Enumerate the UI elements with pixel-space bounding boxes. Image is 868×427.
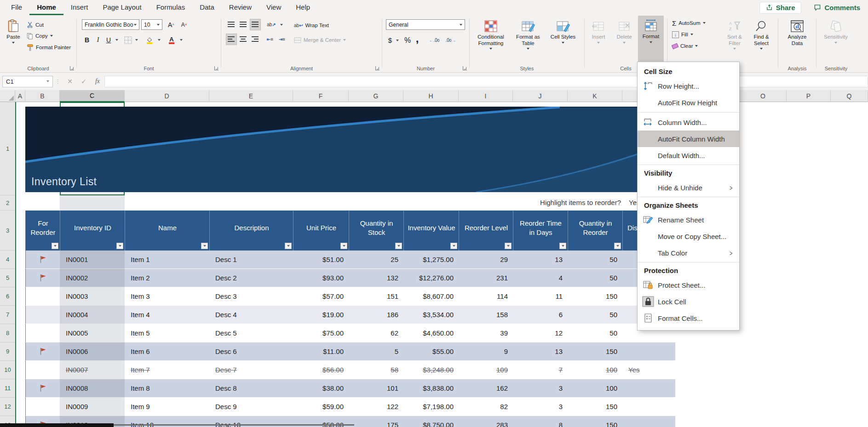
font-color-button[interactable]: A <box>166 34 177 46</box>
cell-IN0002-desc[interactable]: Desc 2 <box>210 269 293 287</box>
row-header-5[interactable]: 5 <box>0 269 15 287</box>
cell-IN0003-desc[interactable]: Desc 3 <box>210 287 293 305</box>
number-format-combo[interactable]: General <box>386 19 465 30</box>
insert-cells-button[interactable]: Insert <box>586 16 610 44</box>
borders-button[interactable] <box>123 34 133 46</box>
row-header-2[interactable]: 2 <box>0 195 15 211</box>
column-header-C[interactable]: C <box>60 90 125 102</box>
table-header-level[interactable]: Reorder Level <box>459 211 513 251</box>
cell-IN0005-reorder[interactable]: 50 <box>568 324 623 342</box>
cell-IN0009-flag[interactable] <box>26 398 60 416</box>
cell-IN0009-reorder[interactable]: 150 <box>568 398 623 416</box>
alignment-dialog-launcher-icon[interactable] <box>375 66 379 70</box>
cell-IN0001-reorder[interactable]: 50 <box>568 251 623 268</box>
copy-button[interactable]: Copy <box>27 31 53 41</box>
row-header-8[interactable]: 8 <box>0 324 15 342</box>
cell-IN0006-disc[interactable] <box>623 342 676 360</box>
menu-item-move-or-copy-sheet[interactable]: Move or Copy Sheet... <box>638 228 739 245</box>
column-header-K[interactable]: K <box>568 90 622 102</box>
column-header-O[interactable]: O <box>740 90 787 102</box>
cell-IN0001-level[interactable]: 29 <box>459 251 513 268</box>
menu-item-column-width[interactable]: Column Width... <box>638 114 739 131</box>
cell-IN0009-value[interactable]: $7,198.00 <box>404 398 459 416</box>
filter-button-reorder[interactable] <box>614 243 621 249</box>
menu-item-autofit-column-width[interactable]: AutoFit Column Width <box>638 131 739 147</box>
cell-IN0001-name[interactable]: Item 1 <box>125 251 210 268</box>
cell-IN0002-name[interactable]: Item 2 <box>125 269 210 287</box>
filter-button-flag[interactable] <box>52 243 58 249</box>
menu-item-rename-sheet[interactable]: Rename Sheet <box>638 211 739 228</box>
cell-IN0008-value[interactable]: $3,838.00 <box>404 379 459 397</box>
delete-cells-button[interactable]: Delete <box>612 16 636 44</box>
bold-button[interactable]: B <box>82 34 92 46</box>
cell-IN0006-qty[interactable]: 5 <box>349 342 404 360</box>
cell-styles-button[interactable]: Cell Styles <box>547 16 579 44</box>
increase-font-button[interactable]: A˄ <box>165 19 177 30</box>
column-header-I[interactable]: I <box>459 90 513 102</box>
cell-IN0005-qty[interactable]: 62 <box>349 324 404 342</box>
row-header-12[interactable]: 12 <box>0 398 15 416</box>
fill-button[interactable]: ↓ Fill <box>672 29 693 40</box>
cell-IN0008-qty[interactable]: 101 <box>349 379 404 397</box>
decrease-decimal-button[interactable]: .00→ <box>443 34 459 46</box>
paste-button[interactable]: Paste <box>3 16 24 44</box>
align-right-button[interactable] <box>250 34 261 45</box>
cell-IN0006-days[interactable]: 13 <box>513 342 568 360</box>
table-header-price[interactable]: Unit Price <box>293 211 349 251</box>
row-header-10[interactable]: 10 <box>0 361 15 379</box>
cell-IN0004-desc[interactable]: Desc 4 <box>210 306 293 324</box>
column-header-A[interactable]: A <box>15 90 25 102</box>
percent-style-button[interactable]: % <box>402 34 413 46</box>
tab-review[interactable]: Review <box>222 0 259 15</box>
clipboard-dialog-launcher-icon[interactable] <box>70 66 74 70</box>
cell-IN0003-flag[interactable] <box>26 287 60 305</box>
cell-IN0008-disc[interactable] <box>623 379 676 397</box>
cell-IN0008-id[interactable]: IN0008 <box>60 379 125 397</box>
table-header-qty[interactable]: Quantity in Stock <box>349 211 404 251</box>
cell-IN0002-flag[interactable] <box>26 269 60 287</box>
cell-IN0006-reorder[interactable]: 150 <box>568 342 623 360</box>
cell-IN0003-qty[interactable]: 151 <box>349 287 404 305</box>
column-header-H[interactable]: H <box>403 90 459 102</box>
tab-file[interactable]: File <box>4 0 29 15</box>
format-painter-button[interactable]: Format Painter <box>27 42 71 52</box>
fill-color-button[interactable]: ◇ <box>144 34 155 46</box>
cell-IN0001-id[interactable]: IN0001 <box>60 251 125 268</box>
cell-IN0002-level[interactable]: 231 <box>459 269 513 287</box>
clear-button[interactable]: Clear <box>672 41 698 51</box>
top-align-button[interactable] <box>226 19 237 30</box>
cell-IN0006-price[interactable]: $11.00 <box>293 342 349 360</box>
cell-IN0010-qty[interactable]: 175 <box>349 416 404 427</box>
font-color-dropdown-arrow[interactable] <box>178 34 184 46</box>
conditional-formatting-button[interactable]: Conditional Formatting <box>472 16 509 50</box>
paste-dropdown-arrow[interactable] <box>12 42 15 44</box>
cell-IN0009-id[interactable]: IN0009 <box>60 398 125 416</box>
cell-IN0004-name[interactable]: Item 4 <box>125 306 210 324</box>
tab-help[interactable]: Help <box>288 0 317 15</box>
cell-IN0008-level[interactable]: 162 <box>459 379 513 397</box>
cell-IN0002-reorder[interactable]: 50 <box>568 269 623 287</box>
font-name-combo[interactable]: Franklin Gothic Boo <box>82 19 139 30</box>
cell-IN0004-reorder[interactable]: 50 <box>568 306 623 324</box>
decrease-indent-button[interactable]: ⇤≡ <box>264 34 276 45</box>
cell-IN0009-level[interactable]: 82 <box>459 398 513 416</box>
cell-IN0007-name[interactable]: Item 7 <box>125 361 210 379</box>
cell-IN0008-flag[interactable] <box>26 379 60 397</box>
column-header-B[interactable]: B <box>25 90 60 102</box>
cell-IN0009-qty[interactable]: 122 <box>349 398 404 416</box>
cell-IN0008-desc[interactable]: Desc 8 <box>210 379 293 397</box>
cell-IN0007-desc[interactable]: Desc 7 <box>210 361 293 379</box>
column-header-F[interactable]: F <box>293 90 349 102</box>
cell-IN0004-days[interactable]: 6 <box>513 306 568 324</box>
filter-button-value[interactable] <box>450 243 457 249</box>
format-as-table-button[interactable]: Format as Table <box>511 16 545 50</box>
cell-IN0001-price[interactable]: $51.00 <box>293 251 349 268</box>
row-header-6[interactable]: 6 <box>0 287 15 306</box>
menu-item-row-height[interactable]: Row Height... <box>638 78 739 94</box>
middle-align-button[interactable] <box>238 19 249 30</box>
tab-page-layout[interactable]: Page Layout <box>95 0 149 15</box>
decrease-font-button[interactable]: A˅ <box>178 19 190 30</box>
cell-IN0006-desc[interactable]: Desc 6 <box>210 342 293 360</box>
table-header-desc[interactable]: Description <box>210 211 293 251</box>
cell-IN0009-days[interactable]: 3 <box>513 398 568 416</box>
